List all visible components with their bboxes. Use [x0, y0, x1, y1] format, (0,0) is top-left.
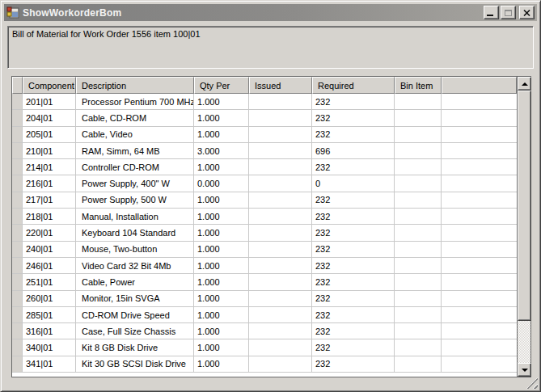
- row-header-cell[interactable]: [12, 225, 23, 241]
- cell-bin-item[interactable]: [395, 192, 442, 209]
- cell-qty-per[interactable]: 1.000: [194, 356, 249, 373]
- cell-description[interactable]: Power Supply, 500 W: [76, 192, 194, 209]
- cell-issued[interactable]: [249, 209, 312, 225]
- cell-bin-item[interactable]: [395, 209, 442, 225]
- title-bar[interactable]: ShowWorkorderBom: [4, 4, 537, 21]
- cell-required[interactable]: 232: [312, 323, 395, 339]
- cell-blank[interactable]: [442, 258, 517, 274]
- cell-description[interactable]: Mouse, Two-button: [76, 242, 194, 258]
- cell-issued[interactable]: [249, 175, 312, 192]
- row-header-cell[interactable]: [12, 159, 23, 175]
- maximize-button[interactable]: [501, 6, 516, 19]
- cell-issued[interactable]: [249, 356, 312, 373]
- cell-bin-item[interactable]: [395, 110, 442, 126]
- cell-description[interactable]: Processor Pentium 700 MHz: [76, 94, 194, 110]
- cell-bin-item[interactable]: [395, 127, 442, 143]
- cell-issued[interactable]: [249, 94, 312, 110]
- cell-component[interactable]: 341|01: [23, 356, 76, 373]
- cell-blank[interactable]: [442, 143, 517, 159]
- row-header-cell[interactable]: [12, 127, 23, 143]
- cell-blank[interactable]: [442, 339, 517, 356]
- cell-bin-item[interactable]: [395, 307, 442, 323]
- cell-description[interactable]: Kit 30 GB SCSI Disk Drive: [76, 356, 194, 373]
- cell-issued[interactable]: [249, 339, 312, 356]
- cell-required[interactable]: 232: [312, 192, 395, 209]
- cell-required[interactable]: 232: [312, 225, 395, 241]
- row-header-cell[interactable]: [12, 94, 23, 110]
- cell-blank[interactable]: [442, 225, 517, 241]
- row-header-cell[interactable]: [12, 356, 23, 373]
- cell-component[interactable]: 204|01: [23, 110, 76, 126]
- cell-required[interactable]: 232: [312, 274, 395, 290]
- cell-qty-per[interactable]: 1.000: [194, 127, 249, 143]
- row-header-cell[interactable]: [12, 110, 23, 126]
- minimize-button[interactable]: [484, 6, 499, 19]
- cell-blank[interactable]: [442, 323, 517, 339]
- cell-description[interactable]: CD-ROM Drive Speed: [76, 307, 194, 323]
- cell-blank[interactable]: [442, 159, 517, 175]
- cell-qty-per[interactable]: 1.000: [194, 159, 249, 175]
- cell-description[interactable]: Video Card 32 Bit 4Mb: [76, 258, 194, 274]
- cell-component[interactable]: 316|01: [23, 323, 76, 339]
- cell-issued[interactable]: [249, 159, 312, 175]
- cell-description[interactable]: Case, Full Size Chassis: [76, 323, 194, 339]
- cell-component[interactable]: 285|01: [23, 307, 76, 323]
- cell-required[interactable]: 232: [312, 94, 395, 110]
- row-header-cell[interactable]: [12, 242, 23, 258]
- cell-component[interactable]: 210|01: [23, 143, 76, 159]
- vertical-scrollbar[interactable]: [517, 77, 530, 377]
- cell-component[interactable]: 251|01: [23, 274, 76, 290]
- row-header-cell[interactable]: [12, 143, 23, 159]
- column-header-component[interactable]: Component: [23, 77, 76, 94]
- resize-grip[interactable]: [526, 377, 538, 389]
- cell-description[interactable]: Cable, CD-ROM: [76, 110, 194, 126]
- cell-component[interactable]: 246|01: [23, 258, 76, 274]
- column-header-qty-per[interactable]: Qty Per: [194, 77, 249, 94]
- row-header-cell[interactable]: [12, 274, 23, 290]
- cell-component[interactable]: 216|01: [23, 175, 76, 192]
- cell-component[interactable]: 217|01: [23, 192, 76, 209]
- cell-qty-per[interactable]: 3.000: [194, 143, 249, 159]
- cell-blank[interactable]: [442, 127, 517, 143]
- cell-required[interactable]: 232: [312, 110, 395, 126]
- cell-issued[interactable]: [249, 242, 312, 258]
- cell-description[interactable]: Kit 8 GB Disk Drive: [76, 339, 194, 356]
- cell-bin-item[interactable]: [395, 159, 442, 175]
- row-header-cell[interactable]: [12, 175, 23, 192]
- cell-qty-per[interactable]: 1.000: [194, 209, 249, 225]
- cell-component[interactable]: 340|01: [23, 339, 76, 356]
- cell-component[interactable]: 260|01: [23, 291, 76, 307]
- cell-required[interactable]: 232: [312, 339, 395, 356]
- row-header-cell[interactable]: [12, 209, 23, 225]
- cell-description[interactable]: Monitor, 15in SVGA: [76, 291, 194, 307]
- column-header-issued[interactable]: Issued: [249, 77, 312, 94]
- cell-blank[interactable]: [442, 94, 517, 110]
- cell-qty-per[interactable]: 1.000: [194, 274, 249, 290]
- cell-blank[interactable]: [442, 291, 517, 307]
- cell-bin-item[interactable]: [395, 258, 442, 274]
- cell-description[interactable]: RAM, Simm, 64 MB: [76, 143, 194, 159]
- bom-info-textbox[interactable]: Bill of Material for Work Order 1556 ite…: [7, 26, 534, 69]
- cell-blank[interactable]: [442, 242, 517, 258]
- cell-blank[interactable]: [442, 110, 517, 126]
- cell-issued[interactable]: [249, 291, 312, 307]
- cell-qty-per[interactable]: 1.000: [194, 225, 249, 241]
- cell-required[interactable]: 232: [312, 209, 395, 225]
- scroll-up-button[interactable]: [518, 77, 531, 91]
- row-header-cell[interactable]: [12, 323, 23, 339]
- cell-component[interactable]: 218|01: [23, 209, 76, 225]
- row-header-cell[interactable]: [12, 291, 23, 307]
- cell-required[interactable]: 0: [312, 175, 395, 192]
- cell-description[interactable]: Power Supply, 400" W: [76, 175, 194, 192]
- cell-issued[interactable]: [249, 307, 312, 323]
- cell-component[interactable]: 201|01: [23, 94, 76, 110]
- cell-required[interactable]: 232: [312, 258, 395, 274]
- cell-issued[interactable]: [249, 143, 312, 159]
- cell-qty-per[interactable]: 1.000: [194, 339, 249, 356]
- scroll-down-button[interactable]: [518, 363, 531, 377]
- cell-blank[interactable]: [442, 209, 517, 225]
- cell-component[interactable]: 214|01: [23, 159, 76, 175]
- cell-issued[interactable]: [249, 127, 312, 143]
- cell-blank[interactable]: [442, 274, 517, 290]
- cell-component[interactable]: 205|01: [23, 127, 76, 143]
